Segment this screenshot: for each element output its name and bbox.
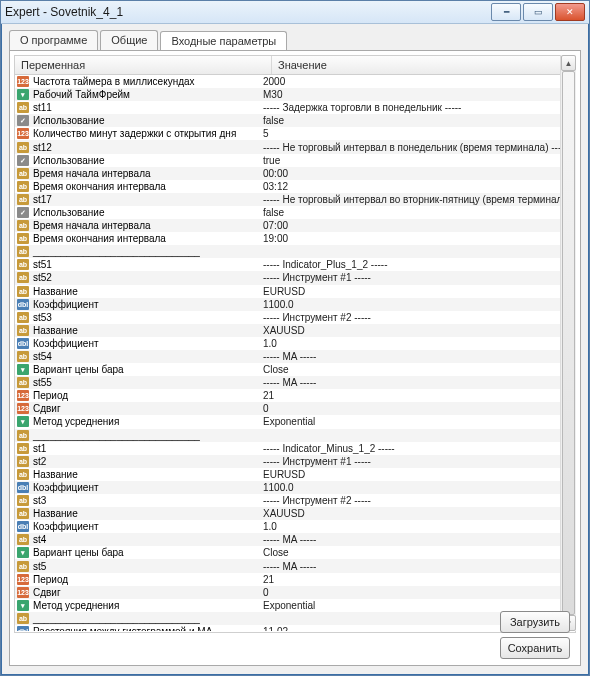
table-row[interactable]: abst1----- Indicator_Minus_1_2 ----- bbox=[15, 442, 575, 455]
table-row[interactable]: abВремя окончания интервала19:00 bbox=[15, 232, 575, 245]
scroll-thumb[interactable] bbox=[562, 71, 575, 615]
table-row[interactable]: ▾Метод усредненияExponential bbox=[15, 415, 575, 428]
variable-value[interactable]: ----- Инструмент #1 ----- bbox=[259, 271, 575, 284]
variable-value[interactable]: 0 bbox=[259, 402, 575, 415]
table-row[interactable]: abНазваниеEURUSD bbox=[15, 468, 575, 481]
table-row[interactable]: ✓Использованиеfalse bbox=[15, 206, 575, 219]
table-row[interactable]: abst52----- Инструмент #1 ----- bbox=[15, 271, 575, 284]
table-row[interactable]: 123Сдвиг0 bbox=[15, 586, 575, 599]
table-row[interactable]: abst12----- Не торговый интервал в понед… bbox=[15, 140, 575, 153]
table-row[interactable]: 123Период21 bbox=[15, 573, 575, 586]
table-row[interactable]: abst54----- MA ----- bbox=[15, 350, 575, 363]
variable-name: st54 bbox=[33, 350, 52, 363]
tab-common[interactable]: Общие bbox=[100, 30, 158, 50]
table-row[interactable]: dblКоэффициент1.0 bbox=[15, 520, 575, 533]
close-button[interactable]: ✕ bbox=[555, 3, 585, 21]
scrollbar[interactable]: ▲ ▼ bbox=[560, 55, 576, 631]
table-row[interactable]: ▾Вариант цены бараClose bbox=[15, 363, 575, 376]
column-variable[interactable]: Переменная bbox=[15, 56, 272, 74]
table-row[interactable]: abНазваниеEURUSD bbox=[15, 285, 575, 298]
variable-value[interactable]: ----- Indicator_Minus_1_2 ----- bbox=[259, 442, 575, 455]
minimize-button[interactable]: ━ bbox=[491, 3, 521, 21]
table-row[interactable]: abst55----- MA ----- bbox=[15, 376, 575, 389]
table-row[interactable]: abНазваниеXAUUSD bbox=[15, 507, 575, 520]
variable-value[interactable]: 0 bbox=[259, 586, 575, 599]
table-row[interactable]: abst5----- MA ----- bbox=[15, 559, 575, 572]
variable-value[interactable]: ----- Инструмент #2 ----- bbox=[259, 311, 575, 324]
variable-value[interactable]: 21 bbox=[259, 573, 575, 586]
variable-value[interactable]: true bbox=[259, 154, 575, 167]
table-row[interactable]: abst51----- Indicator_Plus_1_2 ----- bbox=[15, 258, 575, 271]
grid-body[interactable]: 123Частота таймера в миллисекундах2000▾Р… bbox=[15, 75, 575, 631]
table-row[interactable]: ▾Рабочий ТаймФреймM30 bbox=[15, 88, 575, 101]
variable-value[interactable]: 07:00 bbox=[259, 219, 575, 232]
variable-value[interactable]: 00:00 bbox=[259, 167, 575, 180]
table-row[interactable]: abВремя начала интервала07:00 bbox=[15, 219, 575, 232]
variable-value[interactable]: M30 bbox=[259, 88, 575, 101]
table-row[interactable]: abst2----- Инструмент #1 ----- bbox=[15, 455, 575, 468]
parameters-grid[interactable]: Переменная Значение 123Частота таймера в… bbox=[14, 55, 576, 633]
variable-value[interactable]: ----- MA ----- bbox=[259, 376, 575, 389]
variable-value[interactable]: 2000 bbox=[259, 75, 575, 88]
variable-value[interactable]: 1.0 bbox=[259, 520, 575, 533]
variable-value[interactable]: ----- Не торговый интервал в понедельник… bbox=[259, 141, 575, 154]
type-icon: dbl bbox=[17, 338, 29, 349]
variable-value[interactable]: XAUUSD bbox=[259, 507, 575, 520]
titlebar[interactable]: Expert - Sovetnik_4_1 ━ ▭ ✕ bbox=[1, 1, 589, 24]
variable-value[interactable]: Exponential bbox=[259, 599, 575, 612]
table-row[interactable]: ✓Использованиеtrue bbox=[15, 154, 575, 167]
variable-value[interactable]: Close bbox=[259, 546, 575, 559]
table-row[interactable]: dblКоэффициент1100.0 bbox=[15, 298, 575, 311]
variable-value[interactable]: ----- Задержка торговли в понедельник --… bbox=[259, 101, 575, 114]
scroll-up-button[interactable]: ▲ bbox=[561, 55, 576, 71]
table-row[interactable]: abst17----- Не торговый интервал во втор… bbox=[15, 193, 575, 206]
table-row[interactable]: ▾Вариант цены бараClose bbox=[15, 546, 575, 559]
column-value[interactable]: Значение bbox=[272, 56, 575, 74]
variable-value[interactable]: Close bbox=[259, 363, 575, 376]
variable-value[interactable]: EURUSD bbox=[259, 468, 575, 481]
variable-value[interactable]: ----- MA ----- bbox=[259, 350, 575, 363]
table-row[interactable]: 123Частота таймера в миллисекундах2000 bbox=[15, 75, 575, 88]
table-row[interactable]: 123Сдвиг0 bbox=[15, 402, 575, 415]
table-row[interactable]: abst4----- MA ----- bbox=[15, 533, 575, 546]
variable-value[interactable]: 1100.0 bbox=[259, 298, 575, 311]
variable-value[interactable]: ----- Инструмент #1 ----- bbox=[259, 455, 575, 468]
variable-value[interactable]: 1100.0 bbox=[259, 481, 575, 494]
variable-value[interactable]: XAUUSD bbox=[259, 324, 575, 337]
load-button[interactable]: Загрузить bbox=[500, 611, 570, 633]
variable-value[interactable]: false bbox=[259, 206, 575, 219]
table-row[interactable]: dblКоэффициент1.0 bbox=[15, 337, 575, 350]
variable-value[interactable]: ----- MA ----- bbox=[259, 533, 575, 546]
tab-inputs[interactable]: Входные параметры bbox=[160, 31, 287, 51]
table-row[interactable]: abВремя начала интервала00:00 bbox=[15, 167, 575, 180]
table-row[interactable]: abНазваниеXAUUSD bbox=[15, 324, 575, 337]
variable-value[interactable]: 5 bbox=[259, 127, 575, 140]
variable-value[interactable]: ----- Не торговый интервал во вторник-пя… bbox=[259, 193, 575, 206]
table-row[interactable]: 123Период21 bbox=[15, 389, 575, 402]
save-button[interactable]: Сохранить bbox=[500, 637, 570, 659]
table-row[interactable]: abВремя окончания интервала03:12 bbox=[15, 180, 575, 193]
table-row[interactable]: abst3----- Инструмент #2 ----- bbox=[15, 494, 575, 507]
variable-value[interactable]: EURUSD bbox=[259, 285, 575, 298]
maximize-button[interactable]: ▭ bbox=[523, 3, 553, 21]
table-row[interactable]: ✓Использованиеfalse bbox=[15, 114, 575, 127]
table-row[interactable]: abst11----- Задержка торговли в понедель… bbox=[15, 101, 575, 114]
table-row[interactable]: ▾Метод усредненияExponential bbox=[15, 599, 575, 612]
variable-value[interactable]: 1.0 bbox=[259, 337, 575, 350]
table-row[interactable]: ab______________________________ bbox=[15, 612, 575, 625]
variable-value[interactable]: Exponential bbox=[259, 415, 575, 428]
variable-value[interactable]: ----- Инструмент #2 ----- bbox=[259, 494, 575, 507]
table-row[interactable]: ab______________________________ bbox=[15, 429, 575, 442]
table-row[interactable]: abst53----- Инструмент #2 ----- bbox=[15, 311, 575, 324]
table-row[interactable]: ab______________________________ bbox=[15, 245, 575, 258]
variable-value[interactable]: false bbox=[259, 114, 575, 127]
table-row[interactable]: dblРасстояния между гистограммой и MA11.… bbox=[15, 625, 575, 631]
variable-value[interactable]: 21 bbox=[259, 389, 575, 402]
table-row[interactable]: 123Количество минут задержки с открытия … bbox=[15, 127, 575, 140]
variable-value[interactable]: ----- Indicator_Plus_1_2 ----- bbox=[259, 258, 575, 271]
table-row[interactable]: dblКоэффициент1100.0 bbox=[15, 481, 575, 494]
variable-value[interactable]: ----- MA ----- bbox=[259, 560, 575, 573]
variable-value[interactable]: 03:12 bbox=[259, 180, 575, 193]
variable-value[interactable]: 19:00 bbox=[259, 232, 575, 245]
tab-about[interactable]: О программе bbox=[9, 30, 98, 50]
